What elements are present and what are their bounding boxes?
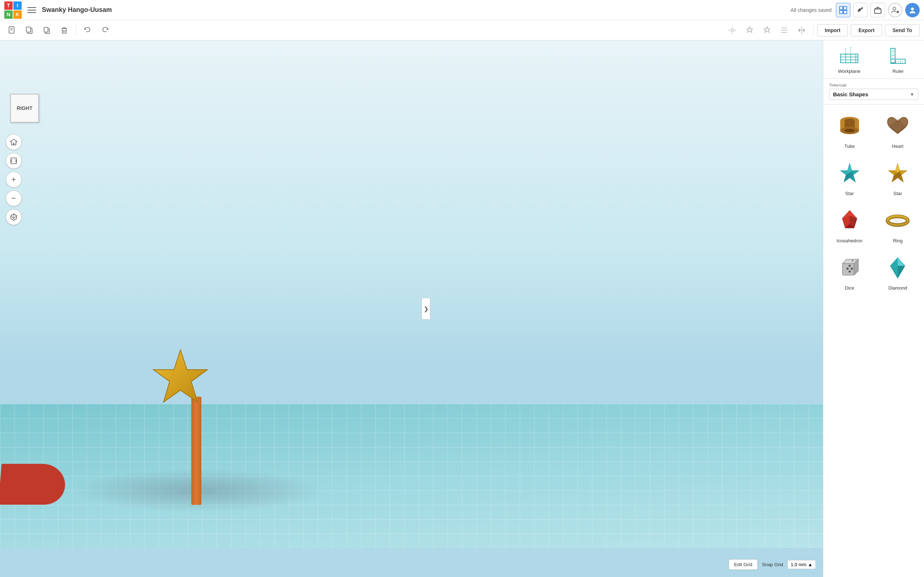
snap-grid-value-text: 1.0 mm — [791, 562, 806, 567]
shapes-row-1: Tube Heart — [826, 108, 921, 153]
ring-label: Ring — [893, 238, 903, 243]
align-button[interactable] — [776, 23, 792, 38]
import-button[interactable]: Import — [817, 24, 848, 36]
shape-item-star-gold[interactable]: Star — [874, 155, 921, 200]
project-title[interactable]: Swanky Hango-Uusam — [42, 6, 786, 14]
diamond-label: Diamond — [888, 285, 907, 291]
svg-rect-2 — [840, 10, 843, 14]
snap-grid-value[interactable]: 1.0 mm ▲ — [788, 560, 816, 569]
box-button[interactable] — [871, 3, 885, 17]
header: T I N K Swanky Hango-Uusam All changes s… — [0, 0, 924, 20]
undo-button[interactable] — [80, 23, 96, 38]
svg-point-83 — [846, 268, 848, 270]
new-button[interactable] — [4, 23, 20, 38]
header-right-controls — [836, 3, 920, 17]
svg-line-32 — [11, 216, 14, 219]
shape-item-icosahedron[interactable]: Icosahedron — [826, 202, 873, 248]
workplane-tool[interactable]: Workplane — [829, 45, 869, 74]
shape-btn-1[interactable] — [742, 23, 758, 38]
red-object[interactable] — [0, 464, 67, 504]
3d-view-button[interactable] — [6, 209, 22, 225]
shapes-row-2: Star Star — [826, 155, 921, 200]
save-status: All changes saved — [790, 7, 832, 13]
svg-marker-29 — [802, 29, 804, 32]
view-cube-right-face[interactable]: RIGHT — [10, 94, 39, 122]
tinkercad-logo[interactable]: T I N K — [4, 2, 22, 19]
panel-collapse-handle[interactable]: ❯ — [422, 298, 430, 319]
svg-rect-3 — [843, 10, 847, 14]
logo-t: T — [4, 2, 13, 10]
grid-view-button[interactable] — [836, 3, 850, 17]
shape-grid: Tube Heart — [823, 105, 924, 577]
tube-icon — [835, 112, 864, 141]
ring-icon — [883, 206, 912, 235]
svg-point-86 — [848, 271, 851, 272]
svg-point-81 — [893, 219, 903, 223]
logo-k: K — [13, 10, 22, 19]
logo-n: N — [4, 10, 13, 19]
dice-label: Dice — [845, 285, 855, 291]
shape-item-ring[interactable]: Ring — [874, 202, 921, 248]
library-dropdown[interactable]: Basic Shapes ▼ — [829, 89, 918, 100]
shape-item-tube[interactable]: Tube — [826, 108, 873, 153]
ruler-icon — [887, 45, 909, 66]
zoom-out-button[interactable]: − — [6, 190, 22, 206]
bottom-controls: Edit Grid Snap Grid 1.0 mm ▲ — [729, 559, 816, 570]
fit-view-button[interactable] — [6, 153, 22, 169]
workplane-label: Workplane — [838, 69, 861, 74]
wand-stick[interactable] — [191, 397, 201, 505]
3d-viewport[interactable]: RIGHT + − — [0, 40, 823, 577]
shape-item-diamond[interactable]: Diamond — [874, 249, 921, 295]
star-blue-icon — [835, 159, 864, 188]
view-cube[interactable]: RIGHT — [10, 94, 39, 122]
svg-point-60 — [845, 129, 855, 132]
send-to-button[interactable]: Send To — [885, 24, 920, 36]
svg-marker-28 — [799, 29, 801, 32]
svg-point-84 — [851, 268, 853, 270]
svg-marker-34 — [153, 350, 208, 402]
star-gold-icon — [883, 159, 912, 188]
logo-i: I — [13, 2, 22, 10]
tube-label: Tube — [844, 143, 855, 149]
duplicate-button[interactable] — [39, 23, 55, 38]
svg-rect-0 — [840, 6, 843, 10]
toolbar-action-buttons: Import Export Send To — [817, 24, 920, 36]
mirror-button[interactable] — [794, 23, 809, 38]
icosahedron-label: Icosahedron — [837, 238, 863, 243]
shape-btn-2[interactable] — [759, 23, 775, 38]
icosahedron-icon — [835, 206, 864, 235]
tools-row: Workplane — [823, 40, 924, 79]
star-blue-label: Star — [845, 191, 854, 196]
scene-objects — [0, 40, 823, 577]
viewport-controls: + − — [6, 134, 22, 225]
dice-icon — [835, 253, 864, 282]
zoom-in-button[interactable]: + — [6, 172, 22, 187]
snap-grid-arrow: ▲ — [808, 562, 813, 567]
shape-item-dice[interactable]: Dice — [826, 249, 873, 295]
svg-line-33 — [14, 216, 16, 219]
light-button[interactable] — [724, 23, 740, 38]
copy-button[interactable] — [22, 23, 37, 38]
user-avatar[interactable] — [905, 3, 920, 17]
redo-button[interactable] — [97, 23, 113, 38]
menu-button[interactable] — [26, 4, 37, 16]
add-user-button[interactable] — [888, 3, 902, 17]
shapes-row-3: Icosahedron Ring — [826, 202, 921, 248]
svg-rect-1 — [843, 6, 847, 10]
shape-item-heart[interactable]: Heart — [874, 108, 921, 153]
export-button[interactable]: Export — [851, 24, 882, 36]
library-category: Tinkercad — [829, 83, 918, 87]
toolbar-divider-2 — [813, 25, 814, 36]
shape-library-selector: Tinkercad Basic Shapes ▼ — [823, 79, 924, 105]
hammer-button[interactable] — [853, 3, 868, 17]
home-view-button[interactable] — [6, 134, 22, 150]
svg-point-8 — [893, 7, 896, 10]
star-object[interactable] — [144, 346, 216, 411]
edit-grid-button[interactable]: Edit Grid — [729, 559, 758, 570]
shape-item-star-blue[interactable]: Star — [826, 155, 873, 200]
delete-button[interactable] — [56, 23, 72, 38]
ruler-tool[interactable]: Ruler — [878, 45, 919, 74]
right-panel: Workplane — [823, 40, 924, 577]
ruler-label: Ruler — [893, 69, 904, 74]
svg-rect-6 — [874, 9, 881, 13]
